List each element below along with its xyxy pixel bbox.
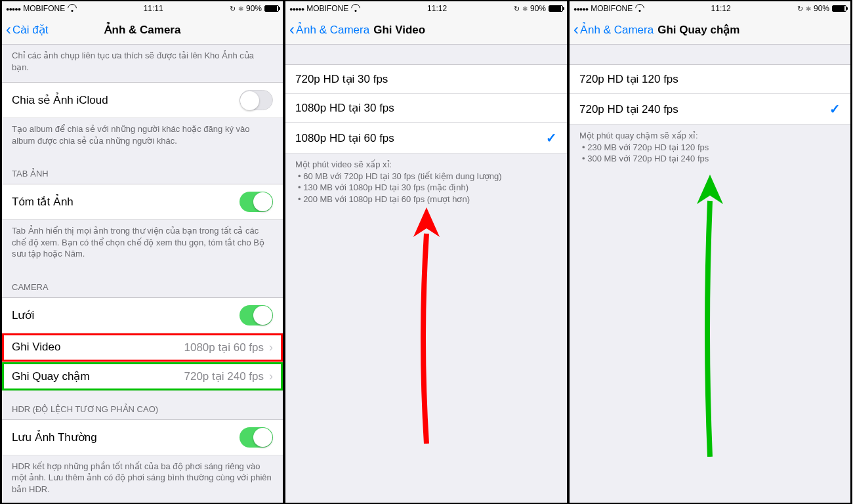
clock: 11:11 — [144, 4, 163, 13]
keep-normal-photo-cell[interactable]: Lưu Ảnh Thường — [2, 419, 283, 455]
battery-percent: 90% — [814, 4, 829, 13]
bluetooth-icon — [806, 4, 811, 13]
annotation-arrow-green — [690, 175, 730, 457]
icloud-sharing-toggle[interactable] — [239, 90, 273, 110]
status-bar: MOBIFONE 11:12 90% — [570, 1, 850, 16]
icloud-photo-sharing-cell[interactable]: Chia sẻ Ảnh iCloud — [2, 82, 283, 118]
footer-line: 200 MB với 1080p HD tại 60 fps (mượt hơn… — [298, 194, 557, 205]
video-size-footer: Một phút video sẽ xấp xỉ: 60 MB với 720p… — [285, 154, 567, 214]
nav-title: Ghi Video — [373, 24, 425, 37]
carrier-label: MOBIFONE — [306, 4, 348, 13]
battery-icon — [832, 5, 846, 12]
bluetooth-icon — [238, 4, 243, 13]
cell-label: Ghi Video — [12, 341, 60, 354]
signal-dots-icon — [289, 4, 304, 13]
rotation-lock-icon — [797, 4, 803, 13]
record-video-cell[interactable]: Ghi Video 1080p tại 60 fps › — [2, 333, 283, 362]
settings-list[interactable]: Chỉ các ảnh chụp liên tục ưa thích sẽ đư… — [2, 45, 283, 503]
wifi-icon — [635, 5, 644, 12]
wifi-icon — [68, 5, 77, 12]
option-1080p-60[interactable]: 1080p HD tại 60 fps ✓ — [285, 123, 567, 154]
cell-label: 720p HD tại 30 fps — [295, 72, 388, 86]
keep-normal-toggle[interactable] — [239, 427, 273, 448]
option-720p-240[interactable]: 720p HD tại 240 fps ✓ — [570, 94, 850, 125]
status-bar: MOBIFONE 11:12 90% — [285, 1, 567, 16]
nav-title: Ghi Quay chậm — [657, 23, 739, 37]
clock: 11:12 — [711, 4, 731, 13]
burst-footer: Chỉ các ảnh chụp liên tục ưa thích sẽ đư… — [2, 45, 283, 82]
screen-record-slomo: MOBIFONE 11:12 90% ‹ Ảnh & Camera Ghi Qu… — [568, 0, 852, 504]
battery-percent: 90% — [530, 4, 546, 13]
footer-lead: Một phút video sẽ xấp xỉ: — [295, 159, 557, 171]
signal-dots-icon — [6, 4, 20, 13]
battery-icon — [549, 5, 563, 12]
cell-label: 720p HD tại 240 fps — [579, 102, 678, 116]
carrier-label: MOBIFONE — [591, 4, 633, 13]
hdr-footer: HDR kết hợp những phần tốt nhất của ba đ… — [2, 455, 283, 503]
back-label: Ảnh & Camera — [580, 23, 654, 37]
option-1080p-30[interactable]: 1080p HD tại 30 fps — [285, 94, 567, 123]
nav-bar: ‹ Ảnh & Camera Ghi Video — [285, 16, 567, 45]
footer-line: 60 MB với 720p HD tại 30 fps (tiết kiệm … — [298, 171, 557, 182]
annotation-arrow-red — [407, 207, 446, 444]
hdr-header: HDR (ĐỘ LỆCH TƯƠNG PHẢN CAO) — [2, 391, 283, 419]
photos-tab-header: TAB ẢNH — [2, 156, 283, 184]
battery-icon — [264, 5, 279, 12]
footer-line: 230 MB với 720p HD tại 120 fps — [582, 142, 841, 154]
rotation-lock-icon — [230, 4, 236, 13]
cell-label: Tóm tắt Ảnh — [12, 195, 73, 209]
option-720p-120[interactable]: 720p HD tại 120 fps — [570, 64, 850, 94]
back-button[interactable]: ‹ Ảnh & Camera — [573, 23, 654, 37]
chevron-right-icon: › — [269, 341, 273, 354]
rotation-lock-icon — [514, 4, 520, 13]
cell-label: Lưới — [12, 308, 34, 322]
chevron-left-icon: ‹ — [6, 22, 11, 37]
option-list[interactable]: 720p HD tại 30 fps 1080p HD tại 30 fps 1… — [285, 45, 567, 503]
record-slomo-value: 720p tại 240 fps — [184, 369, 264, 383]
status-bar: MOBIFONE 11:11 90% — [2, 1, 283, 16]
chevron-right-icon: › — [269, 369, 273, 383]
chevron-left-icon: ‹ — [573, 22, 579, 37]
battery-percent: 90% — [246, 4, 262, 13]
camera-header: CAMERA — [2, 269, 283, 297]
screen-record-video: MOBIFONE 11:12 90% ‹ Ảnh & Camera Ghi Vi… — [284, 0, 568, 504]
clock: 11:12 — [427, 4, 447, 13]
grid-cell[interactable]: Lưới — [2, 297, 283, 333]
nav-bar: ‹ Cài đặt Ảnh & Camera — [2, 16, 283, 45]
option-720p-30[interactable]: 720p HD tại 30 fps — [285, 64, 567, 94]
back-button[interactable]: ‹ Cài đặt — [6, 23, 48, 37]
screen-photos-camera: MOBIFONE 11:11 90% ‹ Cài đặt Ảnh & Camer… — [0, 0, 284, 504]
cell-label: 1080p HD tại 30 fps — [295, 101, 394, 115]
record-slomo-cell[interactable]: Ghi Quay chậm 720p tại 240 fps › — [2, 362, 283, 391]
cell-label: Ghi Quay chậm — [12, 369, 90, 383]
checkmark-icon: ✓ — [829, 101, 841, 117]
back-label: Ảnh & Camera — [296, 23, 369, 37]
option-list[interactable]: 720p HD tại 120 fps 720p HD tại 240 fps … — [570, 45, 850, 503]
chevron-left-icon: ‹ — [289, 22, 295, 37]
checkmark-icon: ✓ — [546, 130, 557, 146]
wifi-icon — [351, 5, 360, 12]
footer-line: 300 MB với 720p HD tại 240 fps — [582, 153, 841, 165]
slomo-size-footer: Một phút quay chậm sẽ xấp xỉ: 230 MB với… — [570, 125, 850, 174]
bluetooth-icon — [522, 4, 528, 13]
summarize-photos-cell[interactable]: Tóm tắt Ảnh — [2, 184, 283, 220]
summarize-toggle[interactable] — [239, 192, 273, 212]
photos-tab-footer: Tab Ảnh hiển thị mọi ảnh trong thư viện … — [2, 220, 283, 269]
icloud-footer: Tạo album để chia sẻ với những người khá… — [2, 118, 283, 156]
cell-label: Chia sẻ Ảnh iCloud — [12, 93, 108, 107]
carrier-label: MOBIFONE — [23, 4, 65, 13]
nav-bar: ‹ Ảnh & Camera Ghi Quay chậm — [570, 16, 850, 45]
footer-line: 130 MB với 1080p HD tại 30 fps (mặc định… — [298, 182, 557, 194]
signal-dots-icon — [573, 4, 588, 13]
grid-toggle[interactable] — [239, 305, 273, 326]
footer-lead: Một phút quay chậm sẽ xấp xỉ: — [579, 130, 841, 142]
cell-label: 720p HD tại 120 fps — [579, 72, 678, 86]
record-video-value: 1080p tại 60 fps — [184, 341, 264, 354]
back-label: Cài đặt — [12, 23, 48, 37]
back-button[interactable]: ‹ Ảnh & Camera — [289, 23, 369, 37]
cell-label: 1080p HD tại 60 fps — [295, 131, 394, 145]
cell-label: Lưu Ảnh Thường — [12, 430, 97, 444]
